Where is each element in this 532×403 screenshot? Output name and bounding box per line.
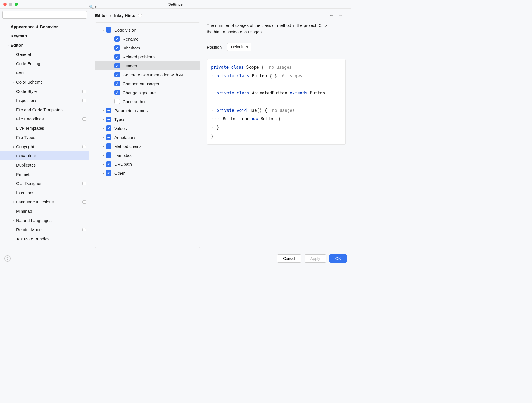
chevron-icon[interactable]: › <box>101 118 106 121</box>
tree-row[interactable]: ›Lambdas <box>95 151 200 160</box>
code-line: · private class AnimatedButton extends B… <box>211 89 341 98</box>
tree-row[interactable]: ›Inheritors <box>95 43 200 52</box>
tree-row-label: Usages <box>123 63 198 68</box>
tree-row-label: Parameter names <box>114 108 198 113</box>
sidebar-item[interactable]: ›Language Injections <box>0 197 89 207</box>
tree-row[interactable]: ›Types <box>95 115 200 124</box>
breadcrumb-item[interactable]: Editor <box>95 13 107 18</box>
sidebar-item-label: Intentions <box>16 190 86 195</box>
tree-row[interactable]: ›Related problems <box>95 52 200 61</box>
chevron-icon[interactable]: › <box>101 144 106 148</box>
sidebar-item[interactable]: ›Emmet <box>0 170 89 179</box>
search-input[interactable] <box>2 11 87 19</box>
tree-row[interactable]: ›Generate Documentation with AI <box>95 70 200 79</box>
sidebar-item[interactable]: Code Editing <box>0 59 89 68</box>
tree-row[interactable]: ›Method chains <box>95 142 200 151</box>
tree-row-label: Values <box>114 126 198 131</box>
tree-row[interactable]: ›Rename <box>95 34 200 43</box>
checkbox[interactable] <box>106 108 111 113</box>
sidebar-item[interactable]: Live Templates <box>0 124 89 133</box>
sidebar-item-label: TextMate Bundles <box>16 236 86 241</box>
checkbox[interactable] <box>114 99 120 104</box>
sidebar-item[interactable]: ›Color Scheme <box>0 77 89 87</box>
position-row: Position Default <box>207 43 346 51</box>
checkbox[interactable] <box>114 54 120 60</box>
sidebar-tree[interactable]: ›Appearance & BehaviorKeymap⌄Editor›Gene… <box>0 21 89 251</box>
maximize-window-button[interactable] <box>15 3 18 6</box>
sidebar-item[interactable]: ⌄Editor <box>0 41 89 50</box>
chevron-icon[interactable]: › <box>101 127 106 130</box>
tree-row[interactable]: ›Annotations <box>95 133 200 142</box>
hints-tree[interactable]: ⌄Code vision›Rename›Inheritors›Related p… <box>95 22 200 248</box>
code-line <box>211 80 341 89</box>
chevron-icon[interactable]: › <box>101 171 106 175</box>
sidebar-item[interactable]: ›Code Style <box>0 87 89 96</box>
sidebar-item[interactable]: Duplicates <box>0 160 89 170</box>
sidebar-item[interactable]: TextMate Bundles <box>0 234 89 243</box>
checkbox[interactable] <box>114 90 120 95</box>
checkbox[interactable] <box>106 117 111 122</box>
cancel-button[interactable]: Cancel <box>277 254 301 263</box>
footer: ? Cancel Apply OK <box>0 251 351 266</box>
sidebar-item[interactable]: Intentions <box>0 188 89 197</box>
chevron-icon[interactable]: › <box>101 109 106 112</box>
position-select[interactable]: Default <box>227 43 251 51</box>
tree-row[interactable]: ›Usages <box>95 61 200 70</box>
checkbox[interactable] <box>114 36 120 42</box>
tree-row-label: Generate Documentation with AI <box>123 72 198 77</box>
chevron-icon[interactable]: › <box>101 153 106 157</box>
checkbox[interactable] <box>106 143 111 149</box>
sidebar-item[interactable]: Font <box>0 68 89 77</box>
checkbox[interactable] <box>106 125 111 131</box>
sidebar-item[interactable]: Inlay Hints <box>0 151 89 160</box>
chevron-icon[interactable]: › <box>101 162 106 166</box>
minimize-window-button[interactable] <box>9 3 12 6</box>
sidebar-item[interactable]: Reader Mode <box>0 225 89 234</box>
tree-row[interactable]: ›Change signature <box>95 88 200 97</box>
tree-row[interactable]: ›Code author <box>95 97 200 106</box>
sidebar-item[interactable]: ›Copyright <box>0 142 89 151</box>
tree-row-label: Method chains <box>114 144 198 149</box>
sidebar-item[interactable]: Inspections <box>0 96 89 105</box>
sidebar-item[interactable]: ›Appearance & Behavior <box>0 22 89 31</box>
checkbox[interactable] <box>114 63 120 68</box>
scope-badge-icon[interactable] <box>138 14 142 17</box>
sidebar-item[interactable]: Minimap <box>0 207 89 216</box>
chevron-icon[interactable]: › <box>101 136 106 139</box>
sidebar-item-label: Live Templates <box>16 126 86 131</box>
sidebar-item[interactable]: GUI Designer <box>0 179 89 188</box>
chevron-icon[interactable]: ⌄ <box>101 28 106 32</box>
ok-button[interactable]: OK <box>329 254 347 263</box>
checkbox[interactable] <box>114 45 120 51</box>
scope-badge-icon <box>82 117 86 121</box>
sidebar-item[interactable]: File and Code Templates <box>0 105 89 114</box>
back-button[interactable]: ← <box>329 13 334 18</box>
tree-row[interactable]: ⌄Code vision <box>95 25 200 34</box>
tree-row[interactable]: ›URL path <box>95 160 200 169</box>
tree-row[interactable]: ›Other <box>95 169 200 177</box>
checkbox[interactable] <box>106 170 111 176</box>
sidebar-item[interactable]: ›Natural Languages <box>0 216 89 225</box>
scope-badge-icon <box>82 200 86 204</box>
checkbox[interactable] <box>106 161 111 167</box>
sidebar-item[interactable]: ›General <box>0 50 89 59</box>
sidebar-item[interactable]: File Encodings <box>0 114 89 124</box>
close-window-button[interactable] <box>3 3 7 6</box>
sidebar-item[interactable]: Keymap <box>0 31 89 41</box>
forward-button[interactable]: → <box>338 13 343 18</box>
sidebar-item-label: GUI Designer <box>16 181 82 186</box>
checkbox[interactable] <box>106 152 111 158</box>
checkbox[interactable] <box>114 81 120 86</box>
tree-row[interactable]: ›Values <box>95 124 200 133</box>
tree-row[interactable]: ›Component usages <box>95 79 200 88</box>
help-button[interactable]: ? <box>4 255 11 262</box>
checkbox[interactable] <box>114 72 120 77</box>
checkbox[interactable] <box>106 134 111 140</box>
apply-button[interactable]: Apply <box>305 254 326 263</box>
sidebar-item[interactable]: File Types <box>0 133 89 142</box>
breadcrumb-item: Inlay Hints <box>114 13 135 18</box>
scope-badge-icon <box>82 182 86 185</box>
tree-row[interactable]: ›Parameter names <box>95 106 200 115</box>
chevron-icon: › <box>11 53 16 56</box>
checkbox[interactable] <box>106 27 111 33</box>
